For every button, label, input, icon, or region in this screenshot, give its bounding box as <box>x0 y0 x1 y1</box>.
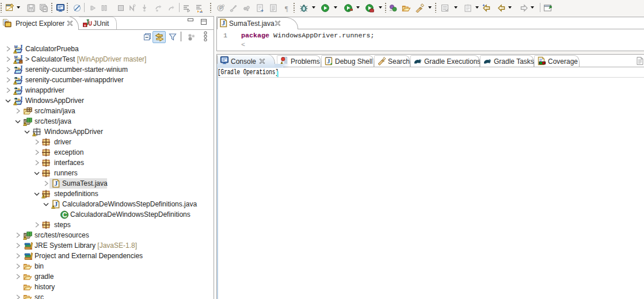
svg-text:J: J <box>54 179 58 187</box>
svg-text:J: J <box>20 86 22 91</box>
svg-text:C: C <box>62 211 67 219</box>
svg-text:J: J <box>222 19 225 27</box>
svg-text:J: J <box>327 57 330 64</box>
svg-text:M: M <box>14 55 18 59</box>
svg-text:M: M <box>14 45 18 49</box>
svg-text:J: J <box>20 75 22 81</box>
svg-text:¶: ¶ <box>285 5 288 13</box>
svg-text:J: J <box>54 200 58 208</box>
svg-text:J: J <box>20 65 22 71</box>
svg-text:J: J <box>20 96 22 102</box>
svg-text:J: J <box>20 55 22 60</box>
svg-text:J: J <box>20 44 22 50</box>
